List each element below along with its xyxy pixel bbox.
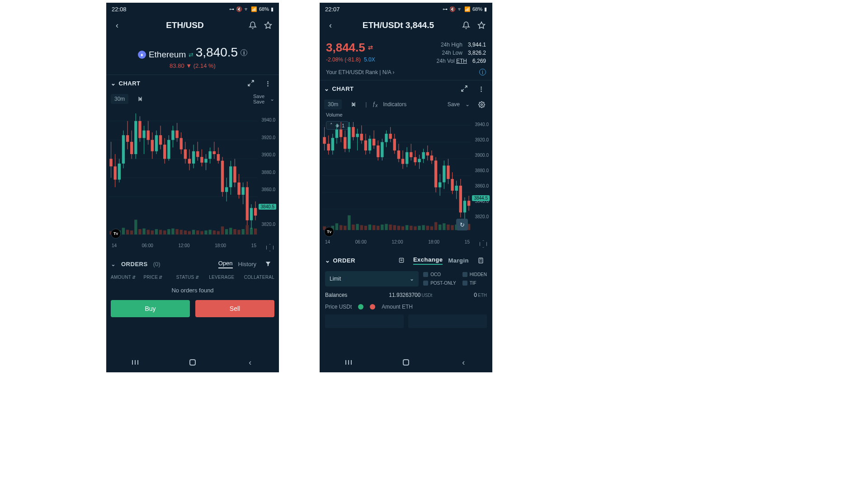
svg-rect-196 bbox=[393, 139, 396, 150]
tradingview-logo-icon[interactable]: TV bbox=[111, 229, 121, 239]
expand-icon[interactable] bbox=[245, 77, 257, 89]
sell-button[interactable]: Sell bbox=[195, 300, 274, 317]
star-icon[interactable] bbox=[475, 19, 488, 32]
star-icon[interactable] bbox=[262, 19, 274, 32]
pair-title: ETH/USDt 3,844.5 bbox=[340, 20, 457, 30]
bell-icon[interactable] bbox=[246, 19, 259, 32]
svg-rect-48 bbox=[118, 164, 121, 180]
buy-dot-icon[interactable] bbox=[358, 304, 363, 310]
price-delta: 83.80 ▼ (2.14 %) bbox=[111, 62, 274, 69]
svg-rect-194 bbox=[389, 134, 392, 139]
swap-icon[interactable]: ⇄ bbox=[368, 44, 373, 51]
tab-margin[interactable]: Margin bbox=[448, 257, 469, 264]
candle-style-icon[interactable] bbox=[347, 98, 360, 111]
price-chart[interactable]: Volume ˄ ◈ 1 3820.03840.03860.03880.0390… bbox=[322, 112, 490, 252]
home-icon[interactable] bbox=[399, 358, 413, 367]
svg-rect-80 bbox=[184, 150, 187, 159]
swap-icon[interactable]: ⇄ bbox=[189, 52, 193, 58]
buy-button[interactable]: Buy bbox=[111, 300, 190, 317]
price-chart[interactable]: 3820.03860.03880.03900.03920.03940.0 384… bbox=[109, 107, 276, 256]
vol-unit-link[interactable]: ETH bbox=[456, 58, 467, 64]
more-vertical-icon[interactable]: ⋮ bbox=[262, 77, 274, 89]
reload-icon[interactable]: ↻ bbox=[456, 219, 468, 230]
svg-rect-180 bbox=[360, 134, 363, 141]
oco-checkbox[interactable]: OCO bbox=[423, 271, 456, 278]
recents-icon[interactable] bbox=[128, 358, 142, 367]
svg-rect-133 bbox=[356, 224, 359, 230]
chevron-down-icon[interactable]: ⌄ bbox=[270, 96, 274, 102]
chart-toolbar: 30m Save Save ⌄ bbox=[106, 91, 279, 107]
svg-rect-164 bbox=[327, 144, 330, 150]
svg-rect-178 bbox=[356, 134, 359, 137]
tab-open[interactable]: Open bbox=[218, 260, 233, 268]
timeframe-selector[interactable]: 30m bbox=[324, 99, 342, 109]
chart-section-header: ⌄ CHART ⋮ bbox=[106, 75, 279, 91]
chevron-down-icon[interactable]: ⌄ bbox=[324, 85, 330, 92]
sell-dot-icon[interactable] bbox=[370, 304, 375, 310]
order-type-select[interactable]: Limit⌄ bbox=[325, 271, 419, 286]
back-icon[interactable]: ‹ bbox=[111, 19, 123, 32]
android-back-icon[interactable]: ‹ bbox=[457, 358, 470, 367]
svg-rect-172 bbox=[344, 137, 346, 149]
svg-rect-114 bbox=[254, 208, 257, 216]
svg-rect-206 bbox=[414, 157, 416, 162]
amount-input[interactable] bbox=[408, 314, 487, 328]
chevron-down-icon[interactable]: ⌄ bbox=[111, 261, 116, 267]
svg-rect-62 bbox=[147, 131, 150, 140]
battery-icon: ▮ bbox=[484, 6, 487, 12]
svg-rect-28 bbox=[196, 230, 199, 235]
hidden-checkbox[interactable]: HIDDEN bbox=[462, 271, 487, 278]
android-navbar: ‹ bbox=[106, 352, 279, 372]
svg-rect-20 bbox=[163, 230, 166, 235]
home-icon[interactable] bbox=[186, 358, 199, 367]
battery-icon: ▮ bbox=[271, 6, 274, 12]
chevron-down-icon[interactable]: ⌄ bbox=[465, 101, 470, 108]
info-icon[interactable]: i bbox=[241, 49, 247, 56]
tab-exchange[interactable]: Exchange bbox=[413, 256, 443, 265]
form-icon[interactable] bbox=[395, 254, 408, 267]
tif-checkbox[interactable]: TIF bbox=[462, 280, 487, 286]
col-amount: AMOUNT ⇵ bbox=[111, 275, 143, 280]
price-input[interactable] bbox=[325, 314, 404, 328]
calculator-icon[interactable] bbox=[474, 254, 487, 267]
postonly-checkbox[interactable]: POST-ONLY bbox=[423, 280, 456, 286]
android-back-icon[interactable]: ‹ bbox=[243, 358, 257, 367]
y-axis: 3820.03860.03880.03900.03920.03940.0 bbox=[259, 107, 276, 242]
order-options: OCO HIDDEN POST-ONLY TIF bbox=[423, 271, 487, 286]
candle-style-icon[interactable] bbox=[134, 93, 146, 105]
svg-rect-68 bbox=[159, 135, 162, 145]
save-menu[interactable]: Save Save bbox=[253, 94, 264, 104]
chevron-down-icon[interactable]: ⌄ bbox=[325, 257, 330, 264]
indicators-button[interactable]: Indicators bbox=[383, 101, 406, 108]
gear-icon[interactable] bbox=[475, 98, 488, 111]
svg-rect-15 bbox=[142, 229, 145, 235]
recents-icon[interactable] bbox=[342, 358, 355, 367]
leverage-badge[interactable]: 5.0X bbox=[364, 56, 375, 63]
svg-rect-216 bbox=[434, 160, 437, 187]
svg-rect-33 bbox=[217, 231, 220, 235]
svg-rect-230 bbox=[463, 201, 466, 212]
expand-icon[interactable] bbox=[458, 82, 471, 95]
back-icon[interactable]: ‹ bbox=[324, 19, 337, 32]
vpn-icon: ⊶ bbox=[229, 6, 234, 12]
svg-rect-145 bbox=[406, 225, 408, 230]
svg-rect-182 bbox=[364, 141, 367, 150]
svg-rect-64 bbox=[151, 140, 154, 151]
info-icon[interactable]: i bbox=[479, 69, 486, 75]
ticker-block: 3,844.5 ⇄ -2.08% (-81.8) 5.0X 24h High3,… bbox=[320, 35, 492, 80]
more-vertical-icon[interactable]: ⋮ bbox=[475, 82, 488, 95]
orders-label: ORDERS bbox=[121, 261, 148, 267]
svg-rect-21 bbox=[167, 229, 170, 235]
save-button[interactable]: Save bbox=[448, 101, 460, 108]
chevron-down-icon[interactable]: ⌄ bbox=[111, 80, 116, 87]
tradingview-logo-icon[interactable]: TV bbox=[324, 227, 334, 237]
rank-link[interactable]: Your ETH/USDt Rank | N/A › bbox=[326, 69, 394, 75]
timeframe-selector[interactable]: 30m bbox=[111, 94, 128, 104]
tab-history[interactable]: History bbox=[238, 261, 256, 267]
svg-rect-35 bbox=[225, 229, 228, 235]
svg-rect-12 bbox=[130, 230, 133, 235]
fx-icon[interactable]: ƒx bbox=[372, 101, 377, 108]
filter-icon[interactable] bbox=[262, 258, 274, 270]
bell-icon[interactable] bbox=[460, 19, 472, 32]
svg-rect-234 bbox=[479, 258, 483, 263]
